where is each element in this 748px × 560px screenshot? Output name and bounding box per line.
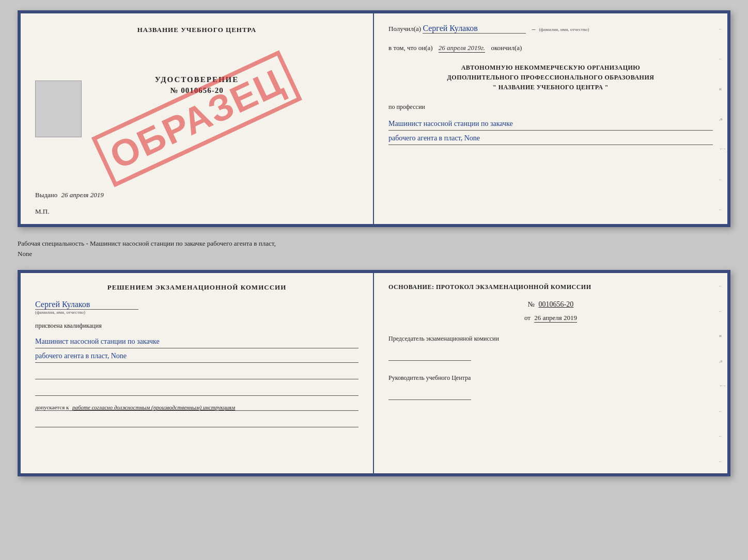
mp-label: М.П. — [35, 207, 359, 216]
head-sign-line — [388, 391, 471, 400]
qualification-value: Машинист насосной станции по закачке раб… — [35, 334, 359, 363]
certificate-number: № 0010656-20 — [170, 86, 223, 95]
photo-placeholder — [35, 81, 82, 137]
org-block: АВТОНОМНУЮ НЕКОММЕРЧЕСКУЮ ОРГАНИЗАЦИЮ ДО… — [388, 63, 713, 93]
protocol-number: № 0010656-20 — [388, 300, 713, 309]
qualification-label: присвоена квалификация — [35, 322, 359, 330]
top-left-panel: НАЗВАНИЕ УЧЕБНОГО ЦЕНТРА ОБРАЗЕЦ УДОСТОВ… — [21, 13, 374, 224]
received-line: Получил(а) Сергей Кулаков – (фамилия, им… — [388, 24, 713, 34]
protocol-date: от 26 апреля 2019 — [388, 314, 713, 323]
top-document: НАЗВАНИЕ УЧЕБНОГО ЦЕНТРА ОБРАЗЕЦ УДОСТОВ… — [18, 10, 730, 227]
profession-label: по профессии — [388, 103, 713, 111]
work-line: допускается к работе согласно должностны… — [35, 404, 359, 411]
bottom-right-panel: Основание: протокол экзаменационной коми… — [374, 273, 727, 473]
bottom-document: Решением экзаменационной комиссии Сергей… — [18, 270, 730, 476]
commission-title: Решением экзаменационной комиссии — [35, 283, 359, 292]
fio-hint-bottom: (фамилия, имя, отчество) — [35, 310, 359, 315]
blank-line-1 — [35, 370, 359, 379]
signer-block: Сергей Кулаков (фамилия, имя, отчество) — [35, 296, 359, 315]
profession-value: Машинист насосной станции по закачке раб… — [388, 116, 713, 145]
chairman-sign-line — [388, 351, 471, 361]
bottom-left-panel: Решением экзаменационной комиссии Сергей… — [21, 273, 374, 473]
blank-line-2 — [35, 387, 359, 396]
chairman-label: Председатель экзаменационной комиссии — [388, 334, 713, 343]
head-label: Руководитель учебного Центра — [388, 373, 713, 382]
certificate-label: УДОСТОВЕРЕНИЕ — [155, 75, 239, 84]
top-right-panel: Получил(а) Сергей Кулаков – (фамилия, им… — [374, 13, 727, 224]
issued-line: Выдано 26 апреля 2019 — [35, 191, 359, 199]
signer-name: Сергей Кулаков — [35, 300, 138, 310]
received-name: Сергей Кулаков — [423, 24, 526, 34]
separator-text: Рабочая специальность - Машинист насосно… — [18, 236, 730, 261]
right-margin-markers: – – и ,а ←- – – — [719, 13, 725, 224]
blank-line-3 — [35, 418, 359, 427]
right-margin-markers-bottom: – – и ,а ←- – – – — [719, 273, 725, 473]
org-title: НАЗВАНИЕ УЧЕБНОГО ЦЕНТРА — [35, 26, 359, 34]
date-line: в том, что он(а) 26 апреля 2019г. окончи… — [388, 44, 713, 53]
basis-title: Основание: протокол экзаменационной коми… — [388, 283, 713, 291]
